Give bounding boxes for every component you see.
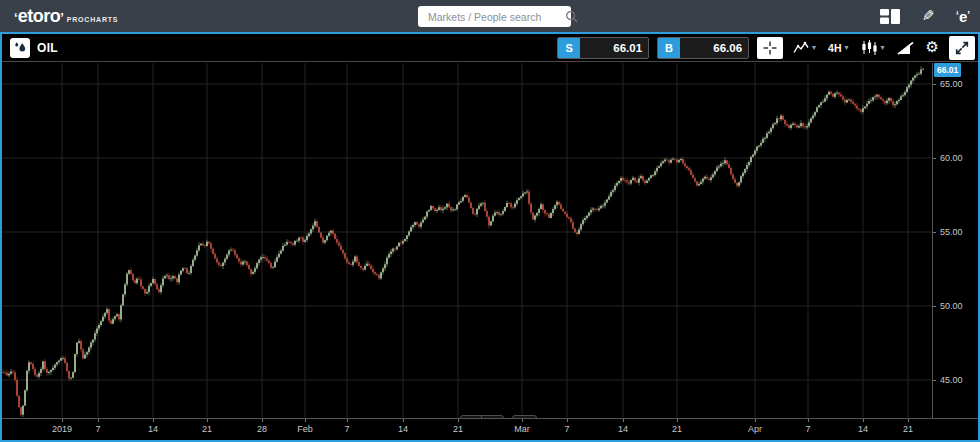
x-axis-label: Apr xyxy=(741,424,769,434)
x-axis-tick xyxy=(863,419,864,422)
x-axis-tick xyxy=(207,419,208,422)
x-axis-tick xyxy=(808,419,809,422)
x-axis-tick xyxy=(62,419,63,422)
x-axis-tick xyxy=(153,419,154,422)
sell-price: 66.01 xyxy=(580,42,648,54)
x-axis-label: 14 xyxy=(389,424,417,434)
crosshair-icon xyxy=(762,40,778,56)
x-axis-tick xyxy=(755,419,756,422)
search-box[interactable] xyxy=(418,6,571,27)
settings-button[interactable]: ⚙ xyxy=(924,38,941,57)
forecast-icon xyxy=(897,41,914,55)
price-axis[interactable]: 65.0060.0055.0050.0045.0066.01 xyxy=(932,63,976,418)
x-axis-tick xyxy=(522,419,523,422)
y-axis-label: 60.00 xyxy=(940,153,963,163)
y-axis-tick xyxy=(933,306,936,307)
chart-plot-area[interactable]: − + xyxy=(2,63,932,418)
crosshair-button[interactable] xyxy=(757,37,783,59)
y-axis-label: 50.00 xyxy=(940,301,963,311)
chart-type-dropdown[interactable]: ▾ xyxy=(791,39,818,56)
x-axis-tick xyxy=(567,419,568,422)
buy-price: 66.06 xyxy=(680,42,748,54)
top-bar-actions: ✎ ‘e’ xyxy=(880,0,970,32)
x-axis-tick xyxy=(403,419,404,422)
sell-tag: S xyxy=(558,37,580,59)
x-axis-tick xyxy=(623,419,624,422)
y-axis-tick xyxy=(933,158,936,159)
y-axis-label: 65.00 xyxy=(940,79,963,89)
candlestick-icon xyxy=(861,40,878,55)
x-axis-tick xyxy=(305,419,306,422)
candle-style-dropdown[interactable]: ▾ xyxy=(859,38,887,57)
chart-header: OIL S 66.01 B 66.06 xyxy=(2,34,978,62)
x-axis-label: 21 xyxy=(663,424,691,434)
instrument-name: OIL xyxy=(37,41,58,55)
expand-icon xyxy=(954,40,970,56)
x-axis-label: 21 xyxy=(894,424,922,434)
logo-horn-right-icon: ’ xyxy=(60,11,64,24)
current-price-badge: 66.01 xyxy=(934,63,961,77)
fullscreen-button[interactable] xyxy=(949,36,975,60)
x-axis-label: 7 xyxy=(84,424,112,434)
x-axis-tick xyxy=(458,419,459,422)
time-axis[interactable]: 20197142128Feb71421Mar71421Apr71421 xyxy=(2,418,978,440)
edit-pencil-icon[interactable]: ✎ xyxy=(922,7,935,25)
buy-button[interactable]: B 66.06 xyxy=(657,37,749,59)
etoro-procharts-window: ‘etoro’ PROCHARTS ✎ ‘e’ xyxy=(0,0,980,442)
x-axis-tick xyxy=(908,419,909,422)
x-axis-tick xyxy=(262,419,263,422)
x-axis-label: 14 xyxy=(609,424,637,434)
x-axis-label: Feb xyxy=(291,424,319,434)
y-axis-tick xyxy=(933,232,936,233)
search-icon xyxy=(565,10,578,23)
x-axis-tick xyxy=(677,419,678,422)
gear-icon: ⚙ xyxy=(926,40,939,55)
chevron-down-icon: ▾ xyxy=(845,43,849,52)
chevron-down-icon: ▾ xyxy=(812,43,816,52)
layout-grid-icon[interactable] xyxy=(880,9,900,24)
x-axis-label: 2019 xyxy=(48,424,76,434)
buy-tag: B xyxy=(658,37,680,59)
line-chart-icon xyxy=(793,41,809,54)
chart-panel: OIL S 66.01 B 66.06 xyxy=(0,32,980,442)
oil-instrument-icon xyxy=(10,38,30,58)
x-axis-tick xyxy=(347,419,348,422)
y-axis-tick xyxy=(933,84,936,85)
x-axis-label: 21 xyxy=(444,424,472,434)
search-input[interactable] xyxy=(426,10,565,24)
x-axis-tick xyxy=(98,419,99,422)
sell-button[interactable]: S 66.01 xyxy=(557,37,649,59)
procharts-label: PROCHARTS xyxy=(67,16,119,23)
x-axis-label: Mar xyxy=(508,424,536,434)
timeframe-label: 4H xyxy=(828,42,841,54)
x-axis-label: 7 xyxy=(553,424,581,434)
x-axis-label: 28 xyxy=(248,424,276,434)
x-axis-label: 14 xyxy=(139,424,167,434)
top-bar: ‘etoro’ PROCHARTS ✎ ‘e’ xyxy=(0,0,980,32)
x-axis-label: 7 xyxy=(333,424,361,434)
y-axis-label: 55.00 xyxy=(940,227,963,237)
etoro-logo[interactable]: ‘etoro’ PROCHARTS xyxy=(14,7,118,25)
y-axis-tick xyxy=(933,380,936,381)
y-axis-label: 45.00 xyxy=(940,375,963,385)
forecasts-button[interactable] xyxy=(895,39,916,57)
timeframe-dropdown[interactable]: 4H ▾ xyxy=(826,40,850,56)
etoro-mark-icon[interactable]: ‘e’ xyxy=(956,8,970,25)
candles-plot xyxy=(2,63,932,418)
chart-toolbar: S 66.01 B 66.06 xyxy=(557,36,975,60)
x-axis-label: 7 xyxy=(794,424,822,434)
x-axis-label: 14 xyxy=(849,424,877,434)
x-axis-label: 21 xyxy=(193,424,221,434)
chevron-down-icon: ▾ xyxy=(881,43,885,52)
logo-text: etoro xyxy=(18,7,61,25)
